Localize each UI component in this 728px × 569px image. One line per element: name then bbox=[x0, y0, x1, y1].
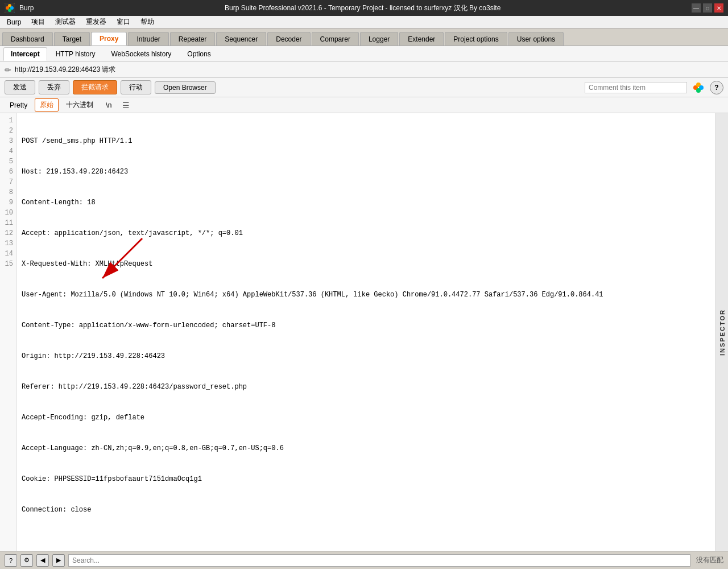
req-line-1: POST /send_sms.php HTTP/1.1 bbox=[22, 136, 711, 146]
menu-bar: Burp 项目 测试器 重发器 窗口 帮助 bbox=[0, 16, 728, 28]
maximize-button[interactable]: □ bbox=[703, 3, 712, 13]
help-button[interactable]: ? bbox=[710, 81, 723, 94]
send-button[interactable]: 发送 bbox=[5, 80, 35, 94]
line-num-11: 11 bbox=[3, 218, 13, 228]
subtab-http-history[interactable]: HTTP history bbox=[48, 47, 103, 61]
line-num-15: 15 bbox=[3, 259, 13, 269]
discard-button[interactable]: 丢弃 bbox=[39, 80, 69, 94]
tab-extender[interactable]: Extender bbox=[399, 32, 444, 46]
req-line-2: Host: 219.153.49.228:46423 bbox=[22, 167, 711, 177]
search-input[interactable] bbox=[68, 554, 690, 567]
edit-icon: ✏ bbox=[5, 65, 11, 75]
req-line-13: Connection: close bbox=[22, 505, 711, 515]
action-button[interactable]: 行动 bbox=[121, 80, 151, 94]
format-tabs: Pretty 原始 十六进制 \n ☰ bbox=[0, 97, 728, 113]
tab-repeater[interactable]: Repeater bbox=[170, 32, 215, 46]
req-line-14 bbox=[22, 535, 711, 546]
comment-input[interactable] bbox=[585, 82, 687, 93]
request-content[interactable]: POST /send_sms.php HTTP/1.1 Host: 219.15… bbox=[17, 113, 715, 551]
window-controls: — □ ✕ bbox=[692, 3, 723, 13]
menu-project[interactable]: 项目 bbox=[27, 16, 49, 28]
tab-comparer[interactable]: Comparer bbox=[312, 32, 359, 46]
req-line-11: Accept-Language: zh-CN,zh;q=0.9,en;q=0.8… bbox=[22, 443, 711, 453]
req-line-4: Accept: application/json, text/javascrip… bbox=[22, 228, 711, 238]
url-bar: ✏ http://219.153.49.228:46423 请求 bbox=[0, 62, 728, 78]
subtab-websockets-history[interactable]: WebSockets history bbox=[104, 47, 179, 61]
line-num-4: 4 bbox=[3, 146, 13, 156]
req-line-10: Accept-Encoding: gzip, deflate bbox=[22, 413, 711, 423]
no-match-label: 没有匹配 bbox=[696, 555, 723, 565]
title-bar: Burp Burp Suite Professional v2021.6 - T… bbox=[0, 0, 728, 16]
line-num-3: 3 bbox=[3, 136, 13, 146]
svg-point-8 bbox=[696, 88, 701, 93]
req-line-6: User-Agent: Mozilla/5.0 (Windows NT 10.0… bbox=[22, 290, 711, 300]
svg-point-4 bbox=[8, 9, 11, 12]
intercept-button[interactable]: 拦截请求 bbox=[73, 80, 117, 94]
back-button[interactable]: ◀ bbox=[36, 554, 49, 567]
req-line-9: Referer: http://219.153.49.228:46423/pas… bbox=[22, 382, 711, 392]
req-line-5: X-Requested-With: XMLHttpRequest bbox=[22, 259, 711, 269]
tab-dashboard[interactable]: Dashboard bbox=[2, 32, 53, 46]
format-menu-icon[interactable]: ☰ bbox=[119, 100, 133, 111]
subtab-intercept[interactable]: Intercept bbox=[3, 47, 47, 61]
req-line-12: Cookie: PHPSESSID=11fpsbofaaurt7151dmaOc… bbox=[22, 474, 711, 484]
sub-tabs: Intercept HTTP history WebSockets histor… bbox=[0, 46, 728, 62]
line-num-6: 6 bbox=[3, 167, 13, 177]
line-num-12: 12 bbox=[3, 228, 13, 238]
tab-intruder[interactable]: Intruder bbox=[128, 32, 168, 46]
menu-window[interactable]: 窗口 bbox=[112, 16, 135, 28]
request-url: http://219.153.49.228:46423 请求 bbox=[15, 65, 115, 75]
req-line-8: Origin: http://219.153.49.228:46423 bbox=[22, 351, 711, 361]
format-hex[interactable]: 十六进制 bbox=[61, 98, 98, 112]
tab-sequencer[interactable]: Sequencer bbox=[216, 32, 266, 46]
line-num-8: 8 bbox=[3, 187, 13, 197]
tab-project-options[interactable]: Project options bbox=[445, 32, 507, 46]
format-newline[interactable]: \n bbox=[101, 100, 117, 111]
line-num-14: 14 bbox=[3, 249, 13, 259]
request-body: 1 2 3 4 5 6 7 8 9 10 11 12 13 14 15 POST… bbox=[0, 113, 728, 551]
line-num-5: 5 bbox=[3, 156, 13, 167]
app-name: Burp bbox=[19, 4, 34, 12]
content-area: Intercept HTTP history WebSockets histor… bbox=[0, 46, 728, 551]
burp-logo bbox=[5, 3, 15, 13]
line-num-2: 2 bbox=[3, 126, 13, 136]
title-left: Burp bbox=[5, 3, 34, 13]
close-button[interactable]: ✕ bbox=[714, 3, 723, 13]
format-pretty[interactable]: Pretty bbox=[5, 100, 32, 111]
tab-decoder[interactable]: Decoder bbox=[267, 32, 310, 46]
inspector-label: INSPECTOR bbox=[719, 309, 726, 356]
req-line-3: Content-Length: 18 bbox=[22, 197, 711, 208]
open-browser-button[interactable]: Open Browser bbox=[155, 81, 216, 94]
line-num-7: 7 bbox=[3, 177, 13, 187]
tab-proxy[interactable]: Proxy bbox=[91, 32, 127, 46]
line-num-13: 13 bbox=[3, 238, 13, 249]
minimize-button[interactable]: — bbox=[692, 3, 701, 13]
menu-help[interactable]: 帮助 bbox=[136, 16, 159, 28]
menu-tester[interactable]: 测试器 bbox=[51, 16, 80, 28]
menu-burp[interactable]: Burp bbox=[2, 17, 26, 27]
line-numbers: 1 2 3 4 5 6 7 8 9 10 11 12 13 14 15 bbox=[0, 113, 17, 551]
forward-button[interactable]: ▶ bbox=[52, 554, 65, 567]
settings-button[interactable]: ⚙ bbox=[20, 554, 33, 567]
main-tabs: Dashboard Target Proxy Intruder Repeater… bbox=[0, 28, 728, 46]
line-num-1: 1 bbox=[3, 116, 13, 126]
tab-logger[interactable]: Logger bbox=[360, 32, 398, 46]
status-bar: ? ⚙ ◀ ▶ 没有匹配 bbox=[0, 551, 728, 569]
line-num-9: 9 bbox=[3, 197, 13, 208]
subtab-options[interactable]: Options bbox=[180, 47, 218, 61]
req-line-7: Content-Type: application/x-www-form-url… bbox=[22, 320, 711, 331]
tab-user-options[interactable]: User options bbox=[508, 32, 564, 46]
action-bar: 发送 丢弃 拦截请求 行动 Open Browser ? bbox=[0, 78, 728, 97]
menu-repeater[interactable]: 重发器 bbox=[81, 16, 111, 28]
format-raw[interactable]: 原始 bbox=[35, 98, 59, 112]
window-title: Burp Suite Professional v2021.6 - Tempor… bbox=[34, 3, 692, 13]
line-num-10: 10 bbox=[3, 208, 13, 218]
tab-target[interactable]: Target bbox=[54, 32, 90, 46]
burp-colorful-icon[interactable] bbox=[690, 80, 706, 96]
help-status-button[interactable]: ? bbox=[5, 554, 17, 567]
inspector-sidebar: INSPECTOR bbox=[715, 113, 728, 551]
